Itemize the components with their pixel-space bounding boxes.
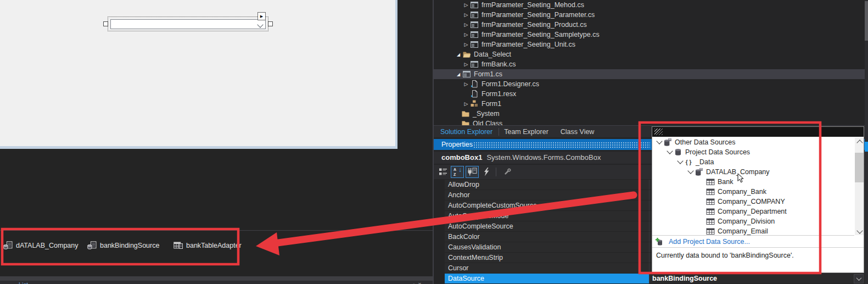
- mouse-cursor-icon: [737, 173, 744, 183]
- tree-item-folder[interactable]: Old Class: [434, 119, 865, 125]
- tree-item-file[interactable]: frmParameter_Seeting_Parameter.cs: [434, 10, 865, 20]
- tab-solution-explorer[interactable]: Solution Explorer: [440, 128, 492, 136]
- tree-item-form1cs-selected[interactable]: Form1.cs: [434, 69, 865, 79]
- binding-status-area: Currently data bound to 'bankBindingSour…: [652, 247, 864, 273]
- tree-item-table[interactable]: Company_Department: [652, 207, 854, 216]
- popup-drag-bar[interactable]: [652, 127, 864, 137]
- tab-separator: [499, 128, 499, 136]
- winform-file-icon: [462, 70, 471, 79]
- folder-icon: [461, 109, 470, 118]
- tree-item-data[interactable]: { } _Data: [652, 157, 854, 167]
- scrollbar[interactable]: [865, 0, 868, 284]
- chevron-down-icon[interactable]: [656, 141, 663, 143]
- tree-item-file[interactable]: frmParameter_Seeting_Unit.cs: [434, 40, 865, 49]
- visual-studio-ide: dATALAB_Company bankBindingSource bankTa…: [0, 0, 868, 284]
- binding-status-text: Currently data bound to 'bankBindingSour…: [656, 252, 794, 259]
- tab-class-view[interactable]: Class View: [561, 128, 595, 136]
- tree-item-label: Company_Division: [718, 218, 775, 225]
- tray-item-bindingsource[interactable]: bankBindingSource: [87, 241, 159, 250]
- object-name: comboBox1: [441, 153, 482, 162]
- tab-team-explorer[interactable]: Team Explorer: [504, 128, 548, 136]
- events-icon[interactable]: [480, 166, 492, 177]
- chevron-down-icon[interactable]: [687, 171, 695, 173]
- tree-item-table[interactable]: Company_COMPANY: [652, 197, 854, 207]
- tree-item-folder[interactable]: Data_Select: [434, 49, 865, 59]
- expand-arrow-icon[interactable]: [462, 99, 470, 109]
- tree-item-table[interactable]: Company_Email: [652, 226, 854, 235]
- winform-file-icon: [470, 30, 479, 39]
- scrollbar-thumb[interactable]: [855, 153, 864, 182]
- expand-arrow-icon[interactable]: [462, 79, 470, 89]
- expand-arrow-icon[interactable]: [462, 40, 470, 49]
- add-data-source-row[interactable]: Add Project Data Source...: [652, 235, 854, 247]
- property-pages-icon[interactable]: [501, 166, 513, 177]
- tray-item-dataset[interactable]: dATALAB_Company: [3, 241, 78, 250]
- scrollbar-thumb[interactable]: [865, 1, 868, 41]
- folder-open-icon: [462, 50, 471, 59]
- tree-item-project-data-sources[interactable]: Project Data Sources: [652, 147, 854, 157]
- winform-file-icon: [470, 20, 479, 29]
- combobox-control[interactable]: [110, 19, 266, 29]
- tree-item-file[interactable]: frmBank.cs: [434, 59, 865, 69]
- tree-item-label: Form1: [481, 100, 501, 108]
- categorized-icon[interactable]: [437, 166, 449, 177]
- solution-explorer-tree: frmParameter_Seeting_Mehod.cs frmParamet…: [434, 0, 865, 125]
- pin-close-icons[interactable]: ▫×: [413, 281, 424, 284]
- bottom-panel-titlebar: List ▫×: [0, 281, 433, 284]
- table-icon: [706, 197, 715, 206]
- tree-item-table[interactable]: Company_Division: [652, 216, 854, 226]
- expand-arrow-icon[interactable]: [462, 30, 470, 40]
- chevron-down-icon[interactable]: [666, 151, 674, 153]
- tray-divider: [0, 230, 433, 231]
- winform-file-icon: [470, 40, 479, 49]
- tray-item-label: dATALAB_Company: [16, 242, 78, 249]
- expand-arrow-icon[interactable]: [462, 20, 470, 30]
- table-icon: [706, 177, 715, 186]
- collapse-arrow-icon[interactable]: [455, 69, 462, 80]
- tree-item-file[interactable]: Form1: [434, 99, 865, 109]
- form-designer-canvas[interactable]: [0, 0, 397, 149]
- scroll-down-icon[interactable]: [856, 227, 863, 233]
- popup-scrollbar[interactable]: [855, 137, 864, 235]
- resize-handle-left[interactable]: [103, 21, 108, 26]
- properties-title: Properties: [441, 141, 473, 148]
- tree-item-label: Old Class: [473, 120, 502, 125]
- tray-item-tableadapter[interactable]: bankTableAdapter: [173, 241, 242, 250]
- tree-item-other-data-sources[interactable]: Other Data Sources: [652, 137, 854, 147]
- tree-item-datalab-company[interactable]: DATALAB_Company: [652, 167, 854, 177]
- add-database-icon: [655, 237, 665, 246]
- tree-item-folder[interactable]: _System: [434, 109, 865, 119]
- tree-item-file[interactable]: frmParameter_Seeting_Sampletype.cs: [434, 30, 865, 40]
- code-file-icon: [470, 90, 479, 98]
- winform-file-icon: [470, 1, 479, 9]
- scroll-up-icon[interactable]: [856, 140, 863, 146]
- data-sources-icon: [663, 138, 672, 147]
- tree-item-file[interactable]: frmParameter_Seeting_Mehod.cs: [434, 0, 865, 10]
- horizontal-splitter[interactable]: [0, 276, 433, 281]
- winform-file-icon: [470, 60, 479, 69]
- properties-view-icon[interactable]: [466, 166, 479, 178]
- tree-item-label: Form1.resx: [481, 90, 516, 98]
- expand-arrow-icon[interactable]: [462, 10, 470, 20]
- tree-item-label: frmParameter_Seeting_Unit.cs: [481, 41, 575, 48]
- tree-item-file[interactable]: Form1.Designer.cs: [434, 79, 865, 89]
- chevron-down-icon[interactable]: [676, 161, 684, 163]
- datasource-dropdown-button[interactable]: [854, 274, 864, 283]
- dataset-icon: [695, 168, 703, 176]
- alphabetical-sort-icon[interactable]: AZ↓: [451, 166, 464, 178]
- property-row-datasource-selected[interactable]: DataSource bankBindingSource: [434, 274, 865, 284]
- tree-item-label: Company_Email: [718, 227, 768, 235]
- tree-item-file[interactable]: Form1.resx: [434, 89, 865, 99]
- expand-arrow-icon[interactable]: [462, 0, 470, 10]
- tree-item-file[interactable]: frmParameter_Seeting_Product.cs: [434, 20, 865, 30]
- resize-handle-right[interactable]: [268, 21, 273, 26]
- smart-tag-button[interactable]: [257, 12, 266, 20]
- dataset-icon: [3, 241, 13, 250]
- collapse-arrow-icon[interactable]: [455, 49, 462, 60]
- tree-item-table[interactable]: Company_Bank: [652, 187, 854, 197]
- object-type: System.Windows.Forms.ComboBox: [486, 153, 601, 162]
- expand-arrow-icon[interactable]: [462, 59, 470, 69]
- tree-item-table-bank[interactable]: Bank: [652, 177, 854, 187]
- datasource-value: bankBindingSource: [652, 274, 717, 284]
- add-project-data-source-link[interactable]: Add Project Data Source...: [669, 238, 750, 246]
